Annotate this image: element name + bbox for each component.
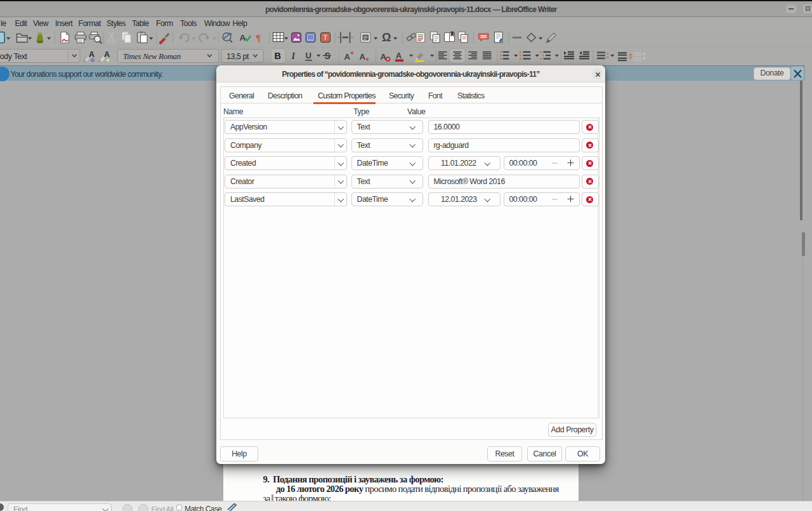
svg-text:A: A	[240, 33, 246, 43]
svg-text:Ω: Ω	[382, 31, 391, 44]
svg-text:A: A	[381, 52, 387, 62]
svg-text:13,5 pt: 13,5 pt	[226, 52, 249, 61]
svg-text:A: A	[360, 52, 366, 62]
svg-text:Body Text: Body Text	[0, 52, 28, 61]
svg-text:A: A	[89, 50, 95, 59]
svg-text:A: A	[344, 52, 351, 62]
svg-text:A: A	[104, 50, 110, 59]
svg-text:Times New Roman: Times New Roman	[123, 52, 181, 61]
svg-text:A: A	[396, 51, 402, 60]
svg-text:I: I	[291, 51, 296, 61]
svg-text:T: T	[324, 34, 328, 41]
svg-text:B: B	[275, 51, 281, 61]
svg-text:U: U	[306, 51, 311, 60]
svg-text:¶: ¶	[256, 33, 261, 43]
